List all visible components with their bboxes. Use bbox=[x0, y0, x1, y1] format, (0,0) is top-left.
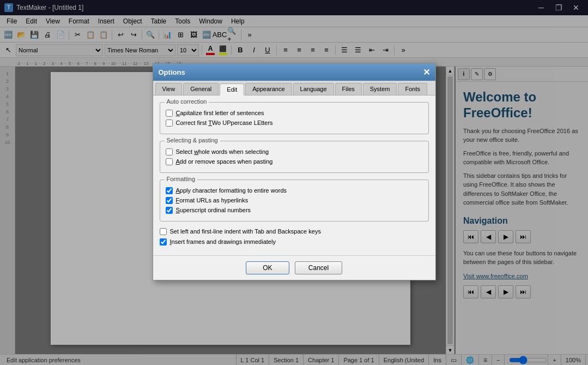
tab-appearance[interactable]: Appearance bbox=[245, 83, 292, 95]
dialog-footer: OK Cancel bbox=[153, 255, 435, 280]
dialog-body: Auto correction Capitalize first letter … bbox=[153, 95, 435, 255]
dialog-title-text: Options bbox=[159, 68, 185, 76]
char-format-label: Apply character formatting to entire wor… bbox=[176, 187, 287, 194]
tab-fonts[interactable]: Fonts bbox=[398, 83, 427, 95]
fix-case-label: Correct first TWo UPpercase LEtters bbox=[176, 119, 273, 126]
dialog-overlay: Options ✕ View General Edit Appearance L… bbox=[0, 0, 588, 365]
tab-edit[interactable]: Edit bbox=[220, 83, 244, 95]
dialog-title-bar: Options ✕ bbox=[153, 64, 435, 81]
char-format-checkbox[interactable] bbox=[166, 187, 173, 194]
superscript-row: Superscript ordinal numbers bbox=[166, 207, 423, 214]
superscript-label: Superscript ordinal numbers bbox=[176, 207, 251, 213]
add-spaces-checkbox[interactable] bbox=[166, 158, 173, 165]
capitalize-label: Capitalize first letter of sentences bbox=[176, 110, 264, 116]
url-links-row: Format URLs as hyperlinks bbox=[166, 197, 423, 204]
tab-view[interactable]: View bbox=[155, 83, 183, 95]
insert-frames-checkbox[interactable] bbox=[160, 238, 167, 246]
tab-indent-row: Set left and first-line indent with Tab … bbox=[160, 228, 429, 235]
whole-words-checkbox[interactable] bbox=[166, 148, 173, 155]
options-dialog: Options ✕ View General Edit Appearance L… bbox=[153, 63, 436, 280]
fix-case-row: Correct first TWo UPpercase LEtters bbox=[166, 119, 423, 127]
insert-frames-row: Insert frames and drawings immediately bbox=[160, 238, 429, 246]
tab-language[interactable]: Language bbox=[293, 83, 334, 95]
formatting-section: Formatting Apply character formatting to… bbox=[160, 179, 429, 222]
tab-files[interactable]: Files bbox=[335, 83, 362, 95]
whole-words-row: Select whole words when selecting bbox=[166, 148, 423, 155]
insert-frames-label: Insert frames and drawings immediately bbox=[170, 238, 276, 245]
autocorrect-label: Auto correction bbox=[165, 98, 209, 105]
dialog-close-button[interactable]: ✕ bbox=[423, 67, 430, 77]
dialog-tabs: View General Edit Appearance Language Fi… bbox=[153, 81, 435, 95]
capitalize-checkbox[interactable] bbox=[166, 110, 173, 117]
whole-words-label: Select whole words when selecting bbox=[176, 148, 269, 155]
add-spaces-label: Add or remove spaces when pasting bbox=[176, 158, 273, 165]
tab-system[interactable]: System bbox=[363, 83, 397, 95]
tab-general[interactable]: General bbox=[183, 83, 219, 95]
ok-button[interactable]: OK bbox=[246, 261, 289, 274]
url-links-checkbox[interactable] bbox=[166, 197, 173, 204]
superscript-checkbox[interactable] bbox=[166, 207, 173, 214]
autocorrect-section: Auto correction Capitalize first letter … bbox=[160, 102, 429, 134]
selecting-section: Selecting & pasting Select whole words w… bbox=[160, 141, 429, 173]
tab-indent-label: Set left and first-line indent with Tab … bbox=[170, 228, 321, 235]
tab-indent-checkbox[interactable] bbox=[160, 228, 167, 235]
selecting-label: Selecting & pasting bbox=[165, 137, 220, 143]
capitalize-row: Capitalize first letter of sentences bbox=[166, 110, 423, 117]
cancel-button[interactable]: Cancel bbox=[295, 261, 342, 274]
char-format-row: Apply character formatting to entire wor… bbox=[166, 187, 423, 194]
url-links-label: Format URLs as hyperlinks bbox=[176, 197, 248, 204]
add-spaces-row: Add or remove spaces when pasting bbox=[166, 158, 423, 165]
formatting-label: Formatting bbox=[165, 176, 198, 182]
fix-case-checkbox[interactable] bbox=[166, 119, 173, 127]
